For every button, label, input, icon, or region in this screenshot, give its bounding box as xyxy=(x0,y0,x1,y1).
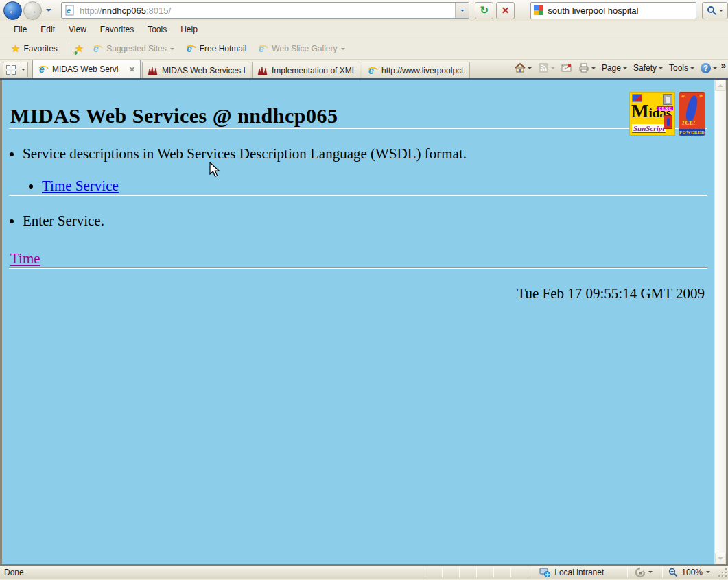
favorites-label: Favorites xyxy=(23,44,57,53)
quick-tabs-button[interactable] xyxy=(3,62,19,77)
divider xyxy=(9,267,707,269)
svg-text:e: e xyxy=(187,43,192,54)
read-mail-button[interactable] xyxy=(561,62,572,73)
mail-icon xyxy=(561,62,572,73)
resize-grip[interactable] xyxy=(718,568,727,577)
logo-group: Midas CLRC SunScript “ ” TCL! POWERED xyxy=(629,92,705,136)
feeds-button[interactable] xyxy=(538,62,555,73)
tcl-powered-logo: “ ” TCL! POWERED xyxy=(679,92,705,136)
status-bar: Done Local intranet xyxy=(0,566,728,579)
time-link[interactable]: Time xyxy=(10,250,40,267)
sunscript-label: SunScript xyxy=(632,124,666,133)
tcl-badge-icon xyxy=(664,115,672,129)
search-go-button[interactable] xyxy=(702,2,728,19)
favorites-item-web-slice-gallery[interactable]: e Web Slice Gallery xyxy=(252,40,350,57)
history-dropdown-icon[interactable] xyxy=(46,9,51,12)
vertical-scrollbar[interactable] xyxy=(714,80,726,564)
refresh-icon: ↻ xyxy=(480,4,489,16)
suggested-sites-label: Suggested Sites xyxy=(106,44,166,53)
print-button[interactable] xyxy=(578,62,596,73)
divider xyxy=(9,195,707,196)
menu-view[interactable]: View xyxy=(62,23,93,36)
url-protocol: http:// xyxy=(80,5,102,16)
tab-title: http://www.liverpoolpct... xyxy=(381,66,465,75)
server-timestamp: Tue Feb 17 09:55:14 GMT 2009 xyxy=(2,285,705,302)
ie-icon: e xyxy=(367,65,378,76)
close-icon[interactable]: ✕ xyxy=(129,65,135,74)
scroll-down-button[interactable] xyxy=(715,553,726,564)
ie-browser-window: { "browser": { "address": { "protocol": … xyxy=(0,0,728,580)
help-icon: ? xyxy=(701,63,711,73)
chevron-down-icon xyxy=(706,571,710,573)
mouse-cursor xyxy=(209,162,221,179)
menu-tools[interactable]: Tools xyxy=(141,23,174,36)
tools-menu-button[interactable]: Tools xyxy=(669,63,694,73)
forward-arrow-icon: → xyxy=(28,5,38,16)
time-service-link[interactable]: Time Service xyxy=(42,178,119,194)
protected-mode-pane[interactable] xyxy=(628,567,659,578)
favorites-item-free-hotmail[interactable]: e Free Hotmail xyxy=(180,40,253,57)
safety-menu-label: Safety xyxy=(633,63,657,73)
tab-implementation-of-xml[interactable]: Implementation of XML/... xyxy=(252,62,360,78)
tab-title: Implementation of XML/... xyxy=(272,66,355,75)
web-slice-gallery-label: Web Slice Gallery xyxy=(272,44,337,53)
chevron-down-icon xyxy=(170,48,174,50)
enter-service-text: Enter Service. xyxy=(23,213,104,229)
wsdl-list-item: Service descriptions in Web Services Des… xyxy=(23,145,714,195)
wsdl-list: Service descriptions in Web Services Des… xyxy=(2,145,714,195)
page-menu-button[interactable]: Page xyxy=(602,63,627,73)
chevron-down-icon xyxy=(690,67,694,69)
chevron-down-icon xyxy=(623,67,627,69)
menu-file[interactable]: File xyxy=(7,23,34,36)
security-zone-label: Local intranet xyxy=(554,568,604,577)
status-panes: Local intranet 100% xyxy=(408,567,728,577)
chevron-down-icon xyxy=(648,571,653,573)
separator xyxy=(69,43,69,55)
ie-icon: e xyxy=(257,43,268,54)
rss-feed-icon xyxy=(538,62,549,73)
tab-midas-web-services-im[interactable]: MIDAS Web Services Im... xyxy=(142,62,250,78)
command-bar: Page Safety Tools ? xyxy=(515,60,728,78)
toolbar-overflow-chevron[interactable]: » xyxy=(721,60,726,71)
refresh-button[interactable]: ↻ xyxy=(475,2,493,19)
page-title: MIDAS Web Services @ nndhcp065 xyxy=(10,104,714,128)
forward-button[interactable]: → xyxy=(23,1,42,20)
home-button[interactable] xyxy=(515,62,532,73)
security-zone-pane[interactable]: Local intranet xyxy=(528,567,611,578)
tab-midas-web-services[interactable]: e MIDAS Web Services ✕ xyxy=(32,60,141,78)
menu-edit[interactable]: Edit xyxy=(34,23,62,36)
tab-list-dropdown-button[interactable] xyxy=(19,62,28,77)
tab-title: MIDAS Web Services Im... xyxy=(162,66,245,75)
svg-text:e: e xyxy=(39,64,45,75)
protected-mode-icon xyxy=(635,567,646,578)
favorites-item-suggested-sites[interactable]: e Suggested Sites xyxy=(86,40,179,57)
clrc-label: CLRC xyxy=(657,106,673,110)
search-query-text: south liverpool hospital xyxy=(548,5,638,16)
back-button[interactable]: ← xyxy=(3,1,22,20)
menu-favorites[interactable]: Favorites xyxy=(93,23,141,36)
midas-peaks-icon xyxy=(148,65,158,76)
page-menu-label: Page xyxy=(602,63,621,73)
help-button[interactable]: ? xyxy=(701,63,717,73)
midas-peaks-icon xyxy=(257,65,268,76)
tcl-logo-title: TCL! xyxy=(681,119,696,126)
green-arrow-icon: ➜ xyxy=(73,49,78,56)
address-dropdown-button[interactable] xyxy=(455,3,469,18)
favorites-button[interactable]: ★ Favorites xyxy=(5,40,63,58)
add-to-favorites-bar-button[interactable]: ★ ➜ xyxy=(75,43,84,55)
address-bar[interactable]: e http://nndhcp065:8015/ xyxy=(61,2,469,19)
zoom-control[interactable]: 100% xyxy=(663,568,716,577)
tab-liverpoolpct[interactable]: e http://www.liverpoolpct... xyxy=(362,62,470,78)
menu-help[interactable]: Help xyxy=(174,23,204,36)
page-favicon-icon: e xyxy=(64,5,75,16)
chevron-up-icon xyxy=(718,84,723,87)
stop-button[interactable]: ✕ xyxy=(496,2,515,19)
safety-menu-button[interactable]: Safety xyxy=(633,63,663,73)
scroll-up-button[interactable] xyxy=(715,80,726,91)
tab-bar: e MIDAS Web Services ✕ MIDAS Web Service… xyxy=(0,60,728,80)
status-text: Done xyxy=(4,568,24,577)
enter-service-list: Enter Service. xyxy=(2,213,714,230)
chevron-down-icon xyxy=(528,67,532,69)
search-input[interactable]: south liverpool hospital xyxy=(530,2,696,19)
menu-bar: File Edit View Favorites Tools Help xyxy=(0,21,728,38)
